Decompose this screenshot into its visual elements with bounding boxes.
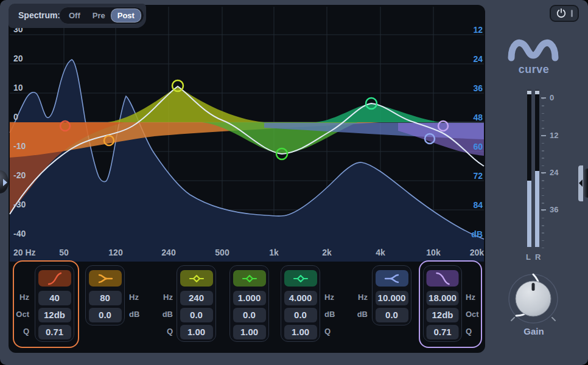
band-6-freq-field[interactable]: 10.000	[376, 291, 408, 305]
band-3-type-button[interactable]	[180, 270, 213, 287]
svg-text:240: 240	[161, 248, 176, 257]
svg-text:50: 50	[59, 248, 69, 257]
band-5-labels: HzdBQ	[324, 290, 340, 341]
band-3-labels: HzdBQ	[159, 290, 173, 341]
band-1-labels: HzOctQ	[16, 290, 29, 341]
band-1-freq-field[interactable]: 40	[38, 291, 71, 305]
svg-text:-30: -30	[13, 200, 26, 209]
meter-tick-36	[541, 209, 546, 210]
svg-text:2k: 2k	[322, 248, 332, 257]
band-1-q-field[interactable]: 0.71	[38, 325, 71, 339]
meter-scale-label: 24	[550, 168, 565, 177]
plugin-window: 3020 100 -10-20 -30-40 1224 3648 6072 84…	[0, 0, 588, 365]
svg-text:dB: dB	[471, 229, 483, 239]
band-7-slope-field[interactable]: 12db	[427, 308, 459, 322]
band-5-freq-field[interactable]: 4.000	[284, 291, 317, 305]
band-panel-2: 80 0.0	[85, 265, 125, 325]
spectrum-area	[10, 60, 484, 262]
spectrum-option-post[interactable]: Post	[111, 9, 141, 22]
svg-text:60: 60	[473, 142, 483, 151]
power-icon	[556, 9, 566, 18]
band-7-freq-field[interactable]: 18.000	[427, 291, 459, 305]
svg-text:10k: 10k	[426, 248, 441, 257]
band-1-slope-field[interactable]: 12db	[38, 308, 71, 322]
band-4-q-field[interactable]: 1.00	[233, 325, 266, 339]
meter-right-fill	[535, 171, 539, 247]
spectrum-option-pre[interactable]: Pre	[86, 9, 111, 22]
power-state-bar	[571, 10, 573, 17]
bell-icon	[240, 272, 259, 285]
knob-pointer	[532, 283, 535, 291]
band-4-freq-field[interactable]: 1.000	[233, 291, 266, 305]
band-6-labels: HzdB	[354, 290, 368, 324]
svg-text:-10: -10	[13, 141, 26, 151]
svg-text:1k: 1k	[269, 248, 279, 257]
gain-label: Gain	[485, 326, 583, 336]
band-fill-bell-4k	[316, 103, 441, 122]
spectrum-option-off[interactable]: Off	[63, 9, 86, 22]
brand-name: curve	[485, 63, 583, 76]
meter-tick-24	[541, 172, 546, 173]
band-4-type-button[interactable]	[233, 270, 266, 287]
band-panel-7: 18.000 12db 0.71	[423, 265, 462, 342]
band-panel-5: 4.000 0.0 1.00	[281, 265, 320, 342]
gain-knob[interactable]	[502, 267, 565, 330]
meter-scale-label: 0	[550, 93, 565, 102]
band-7-q-field[interactable]: 0.71	[427, 325, 459, 339]
band-6-gain-field[interactable]: 0.0	[376, 308, 408, 322]
meter-scale-label: 12	[550, 131, 565, 140]
meter-scale-label: 36	[550, 205, 565, 214]
spectrum-label: Spectrum:	[18, 10, 60, 20]
svg-text:0: 0	[13, 112, 18, 122]
band-2-freq-field[interactable]: 80	[89, 291, 122, 305]
svg-text:12: 12	[473, 25, 483, 35]
meter-tick-0	[541, 97, 546, 99]
power-button[interactable]	[550, 5, 579, 22]
band-3-freq-field[interactable]: 240	[180, 291, 213, 305]
band-2-type-button[interactable]	[89, 270, 122, 287]
knob-min-tick	[511, 318, 514, 321]
low-shelf-icon	[96, 272, 114, 285]
meter-right-peak	[535, 91, 539, 94]
right-edge-knob[interactable]	[583, 169, 588, 198]
band-5-gain-field[interactable]: 0.0	[284, 308, 317, 322]
band-4-gain-field[interactable]: 0.0	[233, 308, 266, 322]
svg-text:24: 24	[473, 54, 483, 64]
meter-left-fill	[527, 181, 531, 247]
band-1-type-button[interactable]	[38, 270, 71, 287]
svg-text:-20: -20	[13, 170, 26, 180]
band-6-type-button[interactable]	[376, 270, 408, 287]
band-3-gain-field[interactable]: 0.0	[180, 308, 213, 322]
svg-text:-40: -40	[13, 229, 26, 238]
band-panel-3: 240 0.0 1.00	[177, 265, 216, 342]
spectrum-toggle: Off Pre Post	[59, 7, 144, 24]
svg-text:72: 72	[473, 171, 483, 181]
svg-text:10: 10	[13, 83, 23, 92]
low-pass-icon	[433, 272, 452, 285]
svg-text:120: 120	[108, 248, 123, 257]
svg-text:20k: 20k	[470, 248, 485, 257]
high-pass-icon	[46, 272, 64, 285]
meter-left-peak	[527, 91, 531, 94]
band-5-q-field[interactable]: 1.00	[284, 325, 317, 339]
band-2-gain-field[interactable]: 0.0	[89, 308, 122, 322]
svg-text:20: 20	[13, 54, 23, 63]
svg-text:500: 500	[215, 248, 229, 257]
left-expand-arrow-icon[interactable]	[3, 179, 7, 186]
bell-icon	[292, 272, 310, 285]
eq-graph: 3020 100 -10-20 -30-40 1224 3648 6072 84…	[9, 5, 485, 263]
bell-icon	[187, 272, 206, 285]
high-shelf-icon	[383, 272, 401, 285]
band-panel-6: 10.000 0.0	[372, 265, 411, 325]
svg-text:4k: 4k	[376, 248, 385, 257]
band-3-q-field[interactable]: 1.00	[180, 325, 213, 339]
band-7-labels: HzOctQ	[466, 290, 481, 341]
right-collapse-arrow-icon[interactable]	[579, 179, 583, 187]
channel-label-right: R	[535, 252, 541, 262]
band-panel-1: 40 12db 0.71	[35, 265, 74, 342]
svg-text:20 Hz: 20 Hz	[13, 248, 36, 257]
band-5-type-button[interactable]	[284, 270, 317, 287]
meter-tick-12	[541, 135, 546, 136]
meter-left	[527, 90, 531, 247]
band-7-type-button[interactable]	[427, 270, 459, 287]
